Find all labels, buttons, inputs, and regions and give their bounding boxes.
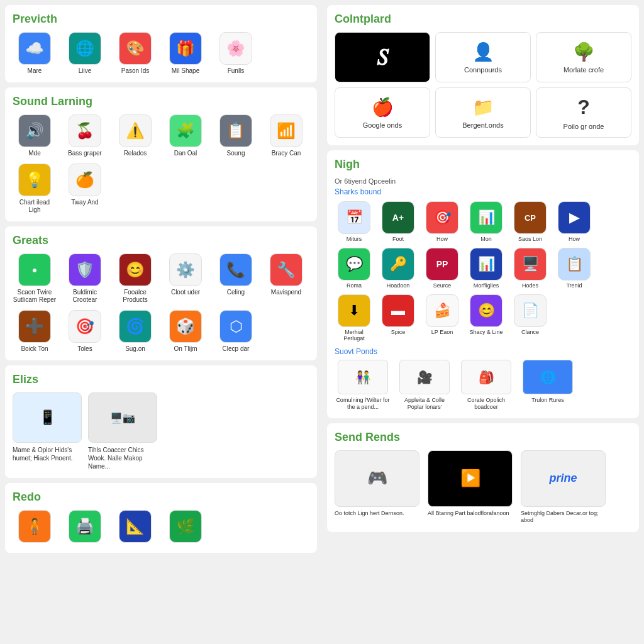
sl-danoal[interactable]: 🧩 Dan Oal — [164, 114, 208, 157]
redo-icon-2[interactable]: 🖨️ — [63, 510, 107, 545]
gr-boickton[interactable]: ➕ Boick Ton — [13, 310, 57, 353]
mde-icon: 🔊 — [18, 114, 51, 147]
sl-soung[interactable]: 📋 Soung — [214, 114, 258, 157]
nigh-subtitle: Or 6tiyend Qpceelin — [335, 177, 631, 185]
send-item-3[interactable]: prine Setmghlg Dabers Decar.or tog; abod — [521, 450, 609, 525]
hoadoon-label: Hoadoon — [387, 282, 410, 289]
saoslon-icon: CP — [514, 201, 547, 234]
nigh-trenid[interactable]: 📋 Trenid — [555, 248, 594, 289]
gr-clecpdar[interactable]: ⬡ Clecp dar — [214, 310, 258, 353]
nigh-hodes[interactable]: 🖥️ Hodes — [511, 248, 550, 289]
mare-icon: ☁️ — [18, 32, 51, 65]
previcth-milshape[interactable]: 🎁 Mil Shape — [164, 32, 208, 75]
how1-icon: 🎯 — [426, 201, 458, 234]
redo-icon-1-box: 🧍 — [18, 510, 51, 543]
elizs-grid: 📱 Mame & Oplor Hids's humet; Hiack Pnoen… — [13, 392, 309, 470]
elizs-item-1[interactable]: 📱 Mame & Oplor Hids's humet; Hiack Pnoen… — [13, 392, 82, 470]
suovt-item-2[interactable]: 🎥 Appleita & Colle Poplar lonars' — [396, 360, 453, 411]
colntplard-s-app[interactable]: 𝑆 — [335, 32, 430, 82]
sl-mde[interactable]: 🔊 Mde — [13, 114, 57, 157]
nigh-link[interactable]: Sharks bound — [335, 187, 631, 196]
nigh-shacyline[interactable]: 😊 Shacy & Line — [467, 294, 506, 343]
gr-cloot[interactable]: ⚙️ Cloot uder — [164, 253, 208, 304]
nigh-foot[interactable]: A+ Foot — [379, 201, 418, 243]
nigh-hoadoon[interactable]: 🔑 Hoadoon — [379, 248, 418, 289]
previcth-pasonids[interactable]: 🎨 Pason Ids — [113, 32, 157, 75]
nigh-morfliglies[interactable]: 📊 Morfliglies — [467, 248, 506, 289]
milshape-label: Mil Shape — [172, 67, 199, 75]
colntplard-googleonds[interactable]: 🍎 Google onds — [335, 87, 430, 138]
greats-title: Greats — [13, 234, 309, 247]
send-thumb-2: ▶️ — [428, 450, 513, 507]
gr-buldimic[interactable]: 🛡️ Buldimic Crootear — [63, 253, 107, 304]
ontlijm-label: On Tlijm — [174, 345, 197, 353]
nigh-apps-row1: 📅 Miturs A+ Foot 🎯 How 📊 Mon CP Saos Lon… — [335, 201, 631, 243]
elizs-item-2[interactable]: 🖥️📷 Tihls Coaccer Chics Wook. Nalle Mako… — [88, 392, 157, 470]
colntplard-section: Colntplard 𝑆 👤 Connpourds 🌳 Morlate crof… — [327, 5, 639, 145]
colntplard-connpourds[interactable]: 👤 Connpourds — [435, 32, 531, 82]
nigh-lpeaon[interactable]: 🍰 LP Eaon — [423, 294, 462, 343]
gr-mavispend[interactable]: 🔧 Mavispend — [264, 253, 308, 304]
suovt-item-3[interactable]: 🎒 Corate Opolich boadcoer — [458, 360, 514, 411]
redo-icon-4[interactable]: 🌿 — [164, 510, 208, 545]
liive-label: Liive — [79, 67, 92, 75]
colntplard-morlatecrofe[interactable]: 🌳 Morlate crofe — [536, 32, 631, 82]
redo-icon-1[interactable]: 🧍 — [13, 510, 57, 545]
send-item-1[interactable]: 🎮 Oo totch Lign hert Dernson. — [335, 450, 423, 525]
saoslon-label: Saos Lon — [518, 236, 542, 243]
connpourds-label: Connpourds — [464, 66, 502, 74]
toles-label: Toles — [77, 345, 92, 353]
redo-icon-4-box: 🌿 — [169, 510, 202, 543]
redo-icon-3-box: 📐 — [119, 510, 152, 543]
nigh-spice[interactable]: ▬ Spice — [379, 294, 418, 343]
colntplard-poilogronde[interactable]: ? Poilo gr onde — [536, 87, 631, 138]
hoadoon-icon: 🔑 — [382, 248, 414, 280]
gr-scaon[interactable]: ● Scaon Twire Sutlicam Reper — [13, 253, 57, 304]
sl-bassgraper[interactable]: 🍒 Bass graper — [63, 114, 107, 157]
seurce-label: Seurce — [433, 282, 452, 289]
greats-grid: ● Scaon Twire Sutlicam Reper 🛡️ Buldimic… — [13, 253, 309, 353]
nigh-miturs[interactable]: 📅 Miturs — [335, 201, 374, 243]
nigh-saoslon[interactable]: CP Saos Lon — [511, 201, 550, 243]
colntplard-bergentonds[interactable]: 📁 Bergent.onds — [435, 87, 531, 138]
clance-icon: 📄 — [514, 294, 547, 327]
gr-ontlijm[interactable]: 🎲 On Tlijm — [164, 310, 208, 353]
bergentonds-icon: 📁 — [472, 97, 494, 118]
suovt-link[interactable]: Suovt Ponds — [335, 347, 631, 356]
suovt-item-1[interactable]: 👫 Comulning l'Wilter for the a pend... — [335, 360, 391, 411]
suovt-label-2: Appleita & Colle Poplar lonars' — [396, 397, 453, 411]
suovt-item-4[interactable]: 🌐 Trulon Rures — [519, 360, 576, 411]
gr-celing[interactable]: 📞 Celing — [214, 253, 258, 304]
previcth-funlls[interactable]: 🌸 Funlls — [214, 32, 258, 75]
nigh-how1[interactable]: 🎯 How — [423, 201, 462, 243]
send-item-2[interactable]: ▶️ All Btaring Part balodflorafanoon — [428, 450, 516, 525]
nigh-seurce[interactable]: PP Seurce — [423, 248, 462, 289]
sl-bracycan[interactable]: 📶 Bracy Can — [264, 114, 308, 157]
funlls-label: Funlls — [228, 67, 245, 75]
nigh-roma[interactable]: 💬 Roma — [335, 248, 374, 289]
s-logo: 𝑆 — [377, 44, 388, 70]
sl-chartilead[interactable]: 💡 Chart ilead Ligh — [13, 164, 57, 214]
nigh-how2[interactable]: ▶ How — [555, 201, 594, 243]
send-rends-grid: 🎮 Oo totch Lign hert Dernson. ▶️ All Bta… — [335, 450, 631, 525]
how2-label: How — [569, 236, 580, 243]
suovt-thumb-3: 🎒 — [461, 360, 511, 394]
sl-twayand[interactable]: 🍊 Tway And — [63, 164, 107, 214]
scaon-icon: ● — [18, 253, 51, 286]
previcth-mare[interactable]: ☁️ Mare — [13, 32, 57, 75]
nigh-mon[interactable]: 📊 Mon — [467, 201, 506, 243]
send-rends-section: Send Rends 🎮 Oo totch Lign hert Dernson.… — [327, 423, 639, 532]
soung-label: Soung — [227, 150, 245, 157]
gr-toles[interactable]: 🎯 Toles — [63, 310, 107, 353]
gr-fooalce[interactable]: 😊 Fooalce Products — [113, 253, 157, 304]
trenid-icon: 📋 — [558, 248, 591, 280]
shacyline-label: Shacy & Line — [469, 329, 502, 336]
previcth-liive[interactable]: 🌐 Liive — [63, 32, 107, 75]
nigh-clance[interactable]: 📄 Clance — [511, 294, 550, 343]
gr-sugon[interactable]: 🌀 Sug.on — [113, 310, 157, 353]
nigh-section: Nigh Or 6tiyend Qpceelin Sharks bound 📅 … — [327, 150, 639, 418]
nigh-merhial[interactable]: ⬇ Merhial Perlugat — [335, 294, 374, 343]
how2-icon: ▶ — [558, 201, 591, 234]
sl-relados[interactable]: ⚠️ Relados — [113, 114, 157, 157]
redo-icon-3[interactable]: 📐 — [113, 510, 157, 545]
